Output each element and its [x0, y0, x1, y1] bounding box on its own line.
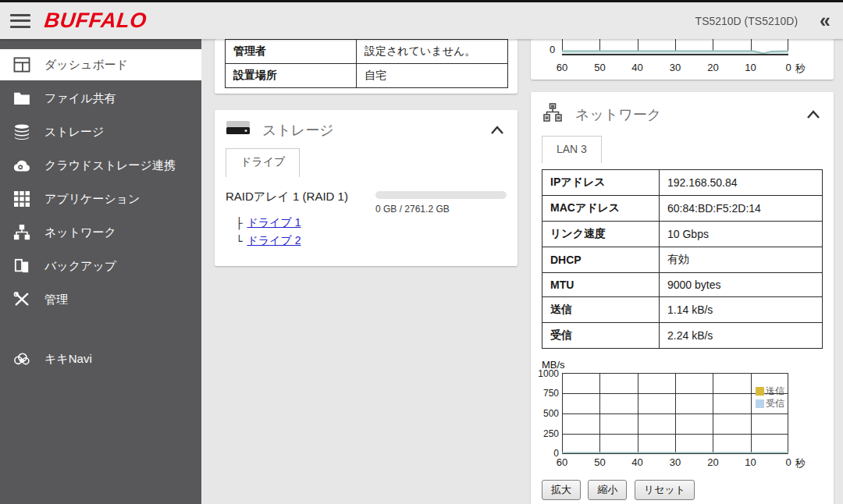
table-row: 受信 2.24 kB/s: [542, 323, 823, 349]
y-axis-tick: 250: [543, 428, 559, 439]
sidebar-item-label: ストレージ: [44, 125, 104, 140]
drive-1-link[interactable]: ドライブ 1: [247, 216, 301, 230]
x-axis-unit: 秒: [795, 62, 806, 76]
sidebar-item-label: 管理: [44, 293, 68, 307]
system-info-panel: 管理者 設定されていません。 設置場所 自宅: [215, 39, 518, 94]
storage-panel-title: ストレージ: [262, 121, 488, 140]
sidebar-item-label: ダッシュボード: [44, 58, 128, 73]
net-value: 2.24 kB/s: [660, 323, 823, 349]
raid-array-label: RAIDアレイ 1 (RAID 1): [226, 190, 375, 204]
sidebar-item-label: アプリケーション: [44, 192, 140, 207]
sidebar-item-label: バックアップ: [44, 259, 116, 274]
y-axis-tick: 750: [543, 388, 559, 399]
table-row: MACアドレス 60:84:BD:F5:2D:14: [542, 196, 823, 222]
storage-panel: ストレージ ドライブ RAIDアレイ 1 (RAID 1) ├ ドライブ 1: [215, 110, 518, 266]
sidebar-item-file-sharing[interactable]: ファイル共有: [0, 83, 201, 114]
storage-icon: [12, 122, 32, 141]
net-value: 60:84:BD:F5:2D:14: [660, 196, 823, 222]
list-item: └ ドライブ 2: [236, 234, 375, 248]
collapse-panel-icon[interactable]: «: [820, 11, 831, 30]
net-value: 10 Gbps: [660, 222, 823, 247]
main-content: 管理者 設定されていません。 設置場所 自宅 ストレージ: [201, 39, 843, 504]
legend-label: 受信: [766, 397, 784, 410]
hamburger-menu-icon[interactable]: [10, 14, 30, 28]
zoom-in-button[interactable]: 拡大: [542, 480, 581, 500]
tab-lan3[interactable]: LAN 3: [542, 136, 602, 163]
legend-label: 送信: [766, 385, 784, 398]
x-axis-labels: 60 50 40 30 20 10 0 秒: [562, 454, 788, 468]
x-axis-tick: 30: [670, 62, 681, 73]
network-icon: [12, 223, 32, 242]
y-axis-tick: 500: [543, 408, 559, 419]
net-label: MACアドレス: [542, 196, 660, 222]
network-panel-title: ネットワーク: [575, 105, 804, 124]
x-axis-tick: 30: [670, 456, 681, 468]
x-axis-tick: 20: [707, 456, 718, 468]
drive-2-link[interactable]: ドライブ 2: [247, 234, 301, 248]
legend-item-receive: 受信: [756, 397, 784, 410]
sidebar-item-label: ネットワーク: [44, 225, 116, 240]
x-axis-tick: 60: [557, 62, 567, 73]
backup-icon: [12, 257, 32, 275]
x-axis-tick: 50: [594, 456, 605, 468]
apps-icon: [12, 190, 32, 208]
y-axis-tick: 0: [550, 44, 555, 55]
x-axis-tick: 60: [557, 456, 567, 468]
kikinavi-icon: [12, 350, 32, 368]
list-item: ├ ドライブ 1: [236, 216, 375, 230]
collapse-network-chevron-icon[interactable]: [804, 108, 823, 122]
sidebar-item-cloud-storage[interactable]: クラウドストレージ連携: [0, 150, 201, 181]
sidebar-item-applications[interactable]: アプリケーション: [0, 183, 201, 215]
sidebar-item-storage[interactable]: ストレージ: [0, 116, 201, 147]
sidebar-item-backup[interactable]: バックアップ: [0, 250, 201, 282]
reset-button[interactable]: リセット: [635, 480, 695, 500]
network-traffic-chart: 送信 受信: [562, 373, 788, 454]
send-swatch-icon: [756, 387, 764, 396]
table-row: リンク速度 10 Gbps: [542, 222, 823, 247]
tree-branch-glyph: └: [236, 235, 242, 247]
x-axis-tick: 40: [631, 456, 642, 468]
network-topology-icon: [542, 102, 564, 127]
x-axis-tick: 40: [631, 62, 642, 73]
y-axis-tick: 1000: [538, 368, 559, 379]
net-label: MTU: [542, 273, 660, 297]
net-label: 受信: [542, 323, 660, 349]
net-label: IPアドレス: [542, 170, 660, 196]
table-row: IPアドレス 192.168.50.84: [542, 170, 823, 196]
info-value: 設定されていません。: [357, 40, 508, 64]
folder-icon: [12, 89, 32, 108]
sidebar-item-management[interactable]: 管理: [0, 284, 201, 315]
network-info-table: IPアドレス 192.168.50.84 MACアドレス 60:84:BD:F5…: [542, 169, 823, 349]
legend-item-send: 送信: [756, 385, 784, 397]
device-name: TS5210D (TS5210D): [695, 15, 799, 27]
collapse-storage-chevron-icon[interactable]: [488, 123, 507, 137]
sidebar-item-label: ファイル共有: [44, 91, 116, 106]
receive-swatch-icon: [756, 399, 764, 408]
dashboard-icon: [12, 55, 32, 74]
table-row: MTU 9000 bytes: [542, 273, 823, 297]
sidebar-item-network[interactable]: ネットワーク: [0, 217, 201, 248]
sidebar-item-label: クラウドストレージ連携: [44, 158, 176, 173]
info-label: 管理者: [226, 40, 357, 64]
sidebar-item-label: キキNavi: [44, 352, 92, 367]
info-value: 自宅: [357, 64, 508, 88]
net-value: 9000 bytes: [660, 273, 823, 297]
partial-area-chart: [562, 39, 788, 58]
x-axis-tick: 10: [745, 456, 756, 468]
chart-legend: 送信 受信: [756, 385, 784, 410]
net-label: 送信: [542, 297, 660, 323]
x-axis-tick: 10: [745, 62, 756, 73]
chart-y-unit: MB/s: [542, 359, 823, 371]
net-label: DHCP: [542, 247, 660, 273]
partial-chart-panel: 0 60 50 40 30 20: [531, 39, 834, 80]
tree-branch-glyph: ├: [236, 217, 242, 229]
tab-drives[interactable]: ドライブ: [226, 148, 300, 177]
x-axis-tick: 0: [785, 456, 791, 468]
net-value: 有効: [660, 247, 823, 273]
y-axis-labels: 1000 750 500 250 0: [542, 373, 562, 454]
zoom-out-button[interactable]: 縮小: [588, 480, 627, 500]
hard-drive-icon: [226, 120, 251, 140]
buffalo-logo: BUFFALO: [43, 9, 148, 33]
sidebar-item-kikinavi[interactable]: キキNavi: [0, 343, 201, 374]
sidebar-item-dashboard[interactable]: ダッシュボード: [0, 49, 201, 80]
